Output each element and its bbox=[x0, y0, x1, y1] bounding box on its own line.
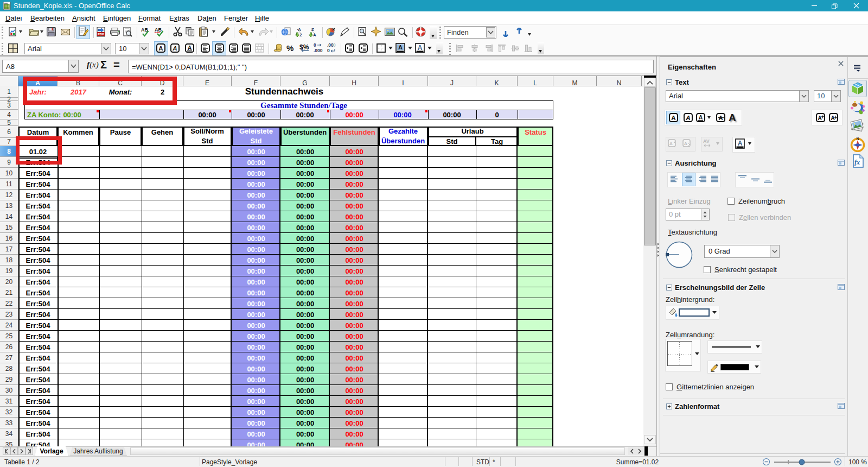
svg-text:A: A bbox=[831, 115, 834, 121]
svg-text:A: A bbox=[738, 140, 743, 147]
svg-text:0: 0 bbox=[333, 43, 336, 48]
svg-text:Z: Z bbox=[311, 27, 314, 32]
svg-text:A: A bbox=[418, 44, 423, 52]
svg-text:A: A bbox=[685, 115, 690, 121]
svg-text:A: A bbox=[684, 141, 687, 146]
svg-text:.000: .000 bbox=[314, 48, 323, 53]
svg-text:AB: AB bbox=[155, 27, 162, 33]
svg-text:A: A bbox=[298, 27, 301, 32]
svg-text:AV: AV bbox=[703, 138, 710, 144]
svg-text:PDF: PDF bbox=[98, 33, 104, 36]
svg-text:0: 0 bbox=[327, 48, 330, 53]
svg-text:0: 0 bbox=[314, 43, 316, 48]
svg-text:A: A bbox=[669, 141, 673, 146]
svg-text:$%: $% bbox=[299, 43, 309, 51]
svg-text:A: A bbox=[398, 44, 403, 51]
svg-text:fx: fx bbox=[854, 159, 860, 166]
svg-text:A: A bbox=[188, 45, 192, 51]
svg-text:A: A bbox=[699, 114, 703, 121]
svg-text:A: A bbox=[818, 115, 821, 121]
svg-text:A: A bbox=[172, 45, 177, 52]
svg-text:N: N bbox=[856, 137, 859, 141]
svg-text:A: A bbox=[158, 45, 163, 52]
svg-text:A: A bbox=[671, 115, 675, 121]
